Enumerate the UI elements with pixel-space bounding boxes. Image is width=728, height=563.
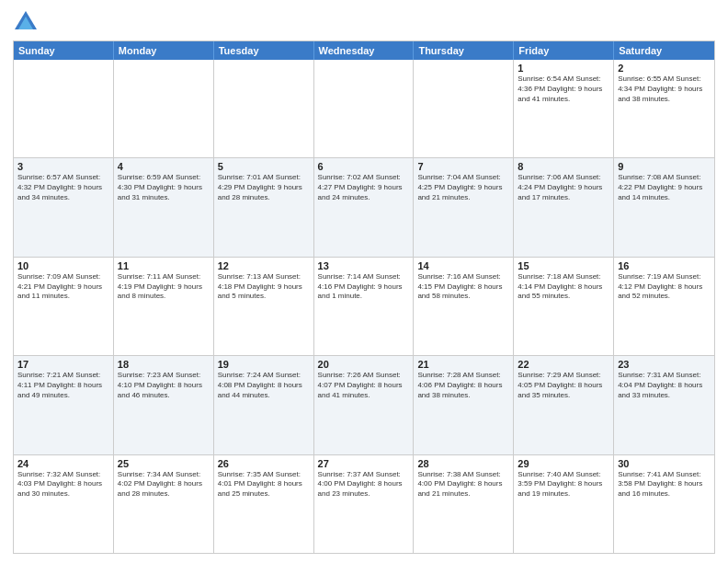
calendar-row-0: 1Sunrise: 6:54 AM Sunset: 4:36 PM Daylig… — [14, 60, 714, 157]
day-info: Sunrise: 7:18 AM Sunset: 4:14 PM Dayligh… — [518, 272, 609, 302]
logo-icon — [13, 9, 39, 35]
day-cell-22: 22Sunrise: 7:29 AM Sunset: 4:05 PM Dayli… — [514, 356, 614, 454]
day-number: 20 — [318, 359, 410, 370]
day-number: 4 — [118, 161, 210, 172]
day-number: 2 — [618, 63, 711, 74]
day-info: Sunrise: 7:24 AM Sunset: 4:08 PM Dayligh… — [218, 371, 310, 400]
day-info: Sunrise: 7:19 AM Sunset: 4:12 PM Dayligh… — [618, 272, 711, 302]
empty-cell-0-0 — [14, 60, 114, 157]
day-number: 12 — [218, 260, 310, 271]
day-info: Sunrise: 7:35 AM Sunset: 4:01 PM Dayligh… — [218, 470, 310, 500]
day-cell-18: 18Sunrise: 7:23 AM Sunset: 4:10 PM Dayli… — [114, 356, 214, 454]
empty-cell-0-4 — [414, 60, 514, 157]
day-info: Sunrise: 6:57 AM Sunset: 4:32 PM Dayligh… — [17, 173, 109, 202]
calendar-row-2: 10Sunrise: 7:09 AM Sunset: 4:21 PM Dayli… — [14, 257, 714, 355]
calendar-row-4: 24Sunrise: 7:32 AM Sunset: 4:03 PM Dayli… — [14, 454, 714, 553]
day-cell-15: 15Sunrise: 7:18 AM Sunset: 4:14 PM Dayli… — [514, 258, 614, 355]
day-number: 8 — [518, 161, 609, 172]
calendar-body: 1Sunrise: 6:54 AM Sunset: 4:36 PM Daylig… — [14, 60, 714, 553]
day-cell-4: 4Sunrise: 6:59 AM Sunset: 4:30 PM Daylig… — [114, 158, 214, 256]
day-cell-1: 1Sunrise: 6:54 AM Sunset: 4:36 PM Daylig… — [514, 60, 614, 157]
weekday-header-sunday: Sunday — [14, 41, 114, 60]
day-cell-11: 11Sunrise: 7:11 AM Sunset: 4:19 PM Dayli… — [114, 258, 214, 355]
day-number: 27 — [318, 458, 410, 469]
day-info: Sunrise: 7:06 AM Sunset: 4:24 PM Dayligh… — [518, 173, 609, 202]
weekday-header-wednesday: Wednesday — [314, 41, 415, 60]
day-cell-3: 3Sunrise: 6:57 AM Sunset: 4:32 PM Daylig… — [14, 158, 114, 256]
empty-cell-0-2 — [214, 60, 314, 157]
weekday-header-friday: Friday — [514, 41, 614, 60]
weekday-header-saturday: Saturday — [614, 41, 714, 60]
empty-cell-0-1 — [114, 60, 214, 157]
day-number: 23 — [618, 359, 711, 370]
day-cell-10: 10Sunrise: 7:09 AM Sunset: 4:21 PM Dayli… — [14, 258, 114, 355]
day-number: 5 — [218, 161, 310, 172]
day-cell-27: 27Sunrise: 7:37 AM Sunset: 4:00 PM Dayli… — [314, 455, 415, 553]
day-info: Sunrise: 7:34 AM Sunset: 4:02 PM Dayligh… — [118, 470, 210, 500]
day-cell-6: 6Sunrise: 7:02 AM Sunset: 4:27 PM Daylig… — [314, 158, 415, 256]
day-info: Sunrise: 7:31 AM Sunset: 4:04 PM Dayligh… — [618, 371, 711, 400]
day-cell-26: 26Sunrise: 7:35 AM Sunset: 4:01 PM Dayli… — [214, 455, 314, 553]
logo — [13, 9, 42, 35]
day-info: Sunrise: 7:09 AM Sunset: 4:21 PM Dayligh… — [17, 272, 109, 302]
day-info: Sunrise: 7:41 AM Sunset: 3:58 PM Dayligh… — [618, 470, 711, 500]
day-cell-2: 2Sunrise: 6:55 AM Sunset: 4:34 PM Daylig… — [614, 60, 714, 157]
day-number: 14 — [417, 260, 509, 271]
day-cell-14: 14Sunrise: 7:16 AM Sunset: 4:15 PM Dayli… — [414, 258, 514, 355]
empty-cell-0-3 — [314, 60, 415, 157]
weekday-header-thursday: Thursday — [414, 41, 514, 60]
day-info: Sunrise: 7:13 AM Sunset: 4:18 PM Dayligh… — [218, 272, 310, 302]
day-info: Sunrise: 7:26 AM Sunset: 4:07 PM Dayligh… — [318, 371, 410, 400]
day-info: Sunrise: 7:23 AM Sunset: 4:10 PM Dayligh… — [118, 371, 210, 400]
day-cell-30: 30Sunrise: 7:41 AM Sunset: 3:58 PM Dayli… — [614, 455, 714, 553]
day-number: 18 — [118, 359, 210, 370]
day-number: 25 — [118, 458, 210, 469]
day-info: Sunrise: 7:40 AM Sunset: 3:59 PM Dayligh… — [518, 470, 609, 500]
day-info: Sunrise: 7:21 AM Sunset: 4:11 PM Dayligh… — [17, 371, 109, 400]
day-info: Sunrise: 7:08 AM Sunset: 4:22 PM Dayligh… — [618, 173, 711, 202]
day-info: Sunrise: 7:11 AM Sunset: 4:19 PM Dayligh… — [118, 272, 210, 302]
day-number: 22 — [518, 359, 609, 370]
day-number: 6 — [318, 161, 410, 172]
day-number: 7 — [417, 161, 509, 172]
weekday-header-monday: Monday — [114, 41, 214, 60]
day-info: Sunrise: 7:38 AM Sunset: 4:00 PM Dayligh… — [417, 470, 509, 500]
day-cell-29: 29Sunrise: 7:40 AM Sunset: 3:59 PM Dayli… — [514, 455, 614, 553]
day-cell-17: 17Sunrise: 7:21 AM Sunset: 4:11 PM Dayli… — [14, 356, 114, 454]
day-number: 26 — [218, 458, 310, 469]
day-cell-13: 13Sunrise: 7:14 AM Sunset: 4:16 PM Dayli… — [314, 258, 415, 355]
day-info: Sunrise: 7:16 AM Sunset: 4:15 PM Dayligh… — [417, 272, 509, 302]
day-number: 19 — [218, 359, 310, 370]
day-cell-24: 24Sunrise: 7:32 AM Sunset: 4:03 PM Dayli… — [14, 455, 114, 553]
day-info: Sunrise: 6:55 AM Sunset: 4:34 PM Dayligh… — [618, 75, 711, 104]
day-number: 3 — [17, 161, 109, 172]
day-info: Sunrise: 7:28 AM Sunset: 4:06 PM Dayligh… — [417, 371, 509, 400]
day-number: 9 — [618, 161, 711, 172]
day-info: Sunrise: 7:02 AM Sunset: 4:27 PM Dayligh… — [318, 173, 410, 202]
day-info: Sunrise: 6:54 AM Sunset: 4:36 PM Dayligh… — [518, 75, 609, 104]
day-number: 28 — [417, 458, 509, 469]
calendar-row-1: 3Sunrise: 6:57 AM Sunset: 4:32 PM Daylig… — [14, 157, 714, 256]
day-info: Sunrise: 7:01 AM Sunset: 4:29 PM Dayligh… — [218, 173, 310, 202]
day-number: 1 — [518, 63, 609, 74]
day-info: Sunrise: 7:14 AM Sunset: 4:16 PM Dayligh… — [318, 272, 410, 302]
day-cell-8: 8Sunrise: 7:06 AM Sunset: 4:24 PM Daylig… — [514, 158, 614, 256]
page: SundayMondayTuesdayWednesdayThursdayFrid… — [0, 0, 728, 563]
day-number: 29 — [518, 458, 609, 469]
day-cell-19: 19Sunrise: 7:24 AM Sunset: 4:08 PM Dayli… — [214, 356, 314, 454]
calendar-header: SundayMondayTuesdayWednesdayThursdayFrid… — [14, 41, 714, 60]
day-number: 21 — [417, 359, 509, 370]
day-cell-5: 5Sunrise: 7:01 AM Sunset: 4:29 PM Daylig… — [214, 158, 314, 256]
weekday-header-tuesday: Tuesday — [214, 41, 314, 60]
day-cell-25: 25Sunrise: 7:34 AM Sunset: 4:02 PM Dayli… — [114, 455, 214, 553]
day-cell-28: 28Sunrise: 7:38 AM Sunset: 4:00 PM Dayli… — [414, 455, 514, 553]
day-cell-23: 23Sunrise: 7:31 AM Sunset: 4:04 PM Dayli… — [614, 356, 714, 454]
day-info: Sunrise: 6:59 AM Sunset: 4:30 PM Dayligh… — [118, 173, 210, 202]
day-info: Sunrise: 7:37 AM Sunset: 4:00 PM Dayligh… — [318, 470, 410, 500]
day-info: Sunrise: 7:32 AM Sunset: 4:03 PM Dayligh… — [17, 470, 109, 500]
day-number: 13 — [318, 260, 410, 271]
day-number: 30 — [618, 458, 711, 469]
day-cell-20: 20Sunrise: 7:26 AM Sunset: 4:07 PM Dayli… — [314, 356, 415, 454]
day-number: 10 — [17, 260, 109, 271]
day-number: 15 — [518, 260, 609, 271]
